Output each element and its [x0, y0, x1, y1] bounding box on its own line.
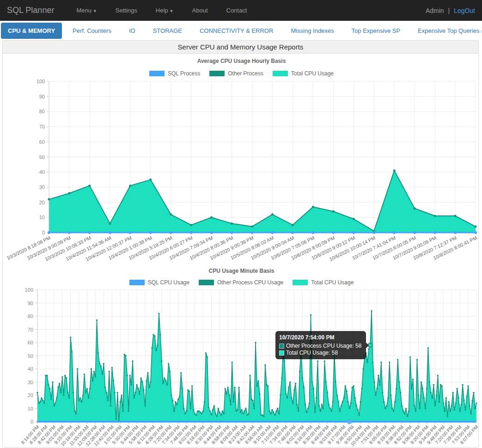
svg-text:40: 40: [39, 169, 45, 175]
tab-expensive-top-queries[interactable]: Expensive Top Queries▿: [411, 23, 482, 39]
svg-text:100: 100: [25, 287, 33, 293]
svg-text:0: 0: [31, 419, 33, 424]
nav-item-menu[interactable]: Menu▼: [76, 7, 97, 14]
tab-top-expensive-sp[interactable]: Top Expensive SP: [345, 23, 408, 39]
svg-text:60: 60: [28, 340, 33, 345]
svg-text:50: 50: [28, 353, 33, 359]
navbar-user-area: Admin | LogOut: [426, 7, 475, 14]
page-title: Server CPU and Memory Usage Reports: [3, 41, 478, 54]
tooltip-swatch-icon: [279, 350, 284, 356]
svg-text:20: 20: [28, 393, 33, 398]
svg-text:40: 40: [28, 366, 33, 372]
svg-text:60: 60: [39, 139, 45, 145]
svg-text:90: 90: [28, 301, 33, 306]
reports-panel: Server CPU and Memory Usage Reports Aver…: [2, 40, 479, 448]
tooltip-row: Total CPU Usage: 58: [279, 350, 361, 356]
tooltip-row-label: Total CPU Usage: 58: [286, 350, 338, 356]
nav-item-help[interactable]: Help▼: [156, 7, 174, 14]
menu-caret-icon: ▼: [93, 9, 97, 13]
tooltip-caret: [366, 343, 369, 348]
tab-perf-counters[interactable]: Perf. Counters: [66, 23, 118, 39]
tab-cpu-memory[interactable]: CPU & MEMORY: [1, 23, 62, 39]
svg-text:50: 50: [39, 154, 45, 160]
nav-item-settings[interactable]: Settings: [116, 7, 137, 14]
svg-text:70: 70: [28, 327, 33, 332]
logout-link[interactable]: LogOut: [454, 7, 475, 14]
tooltip-row: Other Process CPU Usage: 58: [279, 343, 361, 349]
hourly-chart: Average CPU Usage Hourly Basis SQL Proce…: [0, 54, 482, 266]
chart-tooltip: 10/7/2020 7:54:00 PM Other Process CPU U…: [275, 331, 366, 359]
panel-body: Average CPU Usage Hourly Basis SQL Proce…: [3, 54, 478, 447]
app-brand[interactable]: SQL Planner: [7, 6, 54, 15]
minute-chart-svg[interactable]: 01020304050607080901008:14:00 PM8:28:00 …: [0, 266, 482, 448]
hourly-chart-svg[interactable]: 010203040506070809010010/3/2020 8:18:08 …: [0, 54, 482, 266]
nav-item-about[interactable]: About: [192, 7, 208, 14]
svg-text:10: 10: [28, 406, 33, 411]
tooltip-swatch-icon: [279, 344, 284, 349]
svg-text:80: 80: [28, 313, 33, 319]
nav-item-contact[interactable]: Contact: [226, 7, 247, 14]
help-caret-icon: ▼: [170, 9, 174, 13]
user-name: Admin: [426, 7, 444, 14]
user-separator: |: [448, 7, 450, 14]
svg-text:20: 20: [39, 200, 45, 205]
svg-text:80: 80: [39, 109, 45, 114]
tooltip-row-label: Other Process CPU Usage: 58: [286, 343, 361, 349]
svg-text:10: 10: [39, 215, 45, 220]
tab-connectivity-error[interactable]: CONNECTIVITY & ERROR: [193, 23, 280, 39]
top-navbar: SQL Planner Menu▼ Settings Help▼ About C…: [0, 0, 482, 21]
tab-storage[interactable]: STORAGE: [146, 23, 189, 39]
svg-text:30: 30: [39, 184, 45, 190]
tab-io[interactable]: IO: [122, 23, 142, 39]
svg-text:0: 0: [42, 230, 45, 235]
report-tabs: CPU & MEMORY Perf. Counters IO STORAGE C…: [1, 21, 481, 40]
tab-missing-indexes[interactable]: Missing Indexes: [284, 23, 341, 39]
svg-text:70: 70: [39, 124, 45, 129]
svg-text:90: 90: [39, 94, 45, 99]
svg-text:100: 100: [37, 79, 45, 84]
minute-chart: CPU Usage Minute Basis SQL CPU UsageOthe…: [0, 266, 482, 448]
svg-text:30: 30: [28, 380, 33, 385]
tooltip-title: 10/7/2020 7:54:00 PM: [279, 334, 361, 341]
